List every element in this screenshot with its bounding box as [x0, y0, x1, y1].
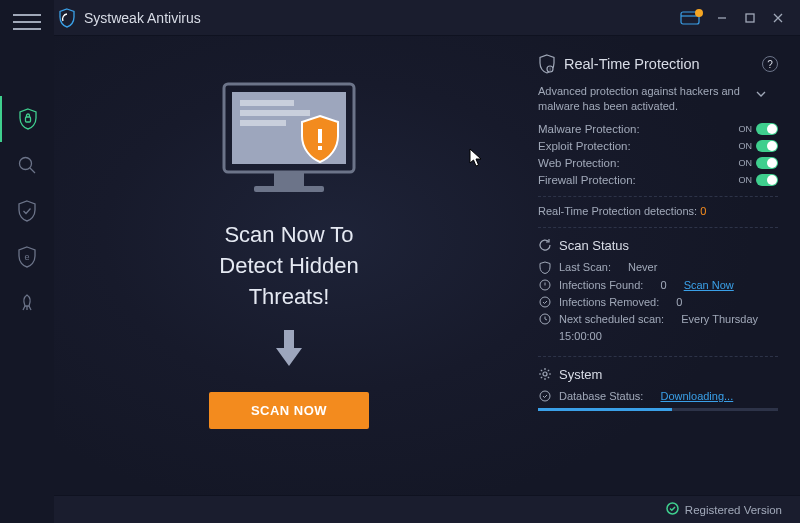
notification-card-icon[interactable] [680, 11, 700, 25]
svg-point-20 [540, 391, 550, 401]
rtp-advanced-text: Advanced protection against hackers and … [538, 84, 748, 115]
svg-point-17 [540, 297, 550, 307]
svg-point-1 [20, 158, 32, 170]
last-scan-row: Last Scan: Never [538, 261, 778, 274]
shield-check-icon [17, 200, 37, 222]
app-title: Systweak Antivirus [84, 10, 201, 26]
malware-row: Malware Protection: ON [538, 123, 778, 135]
infections-removed-row: Infections Removed: 0 [538, 296, 778, 308]
gear-icon [538, 367, 552, 381]
arrow-down-icon [274, 330, 304, 370]
check-circle-icon [539, 296, 551, 308]
rtp-detections: Real-Time Protection detections: 0 [538, 205, 778, 217]
app-logo-icon [58, 8, 76, 28]
shield-alert-icon: i [538, 54, 556, 74]
firewall-toggle[interactable]: ON [739, 174, 779, 186]
svg-rect-9 [240, 120, 286, 126]
exploit-row: Exploit Protection: ON [538, 140, 778, 152]
rtp-header: i Real-Time Protection ? [538, 54, 778, 74]
right-panel: i Real-Time Protection ? Advanced protec… [524, 36, 800, 495]
nav-shield[interactable] [0, 96, 54, 142]
chevron-down-icon[interactable] [756, 86, 766, 101]
next-scan-row: Next scheduled scan: Every Thursday [538, 313, 778, 325]
svg-rect-11 [254, 186, 324, 192]
scan-status-header: Scan Status [538, 238, 778, 253]
svg-rect-10 [274, 172, 304, 186]
titlebar: Systweak Antivirus [0, 0, 800, 36]
web-toggle[interactable]: ON [739, 157, 779, 169]
hero-headline: Scan Now To Detect Hidden Threats! [219, 220, 358, 312]
hamburger-icon[interactable] [13, 8, 41, 36]
registered-label: Registered Version [685, 504, 782, 516]
svg-point-19 [543, 372, 547, 376]
rtp-help-icon[interactable]: ? [762, 56, 778, 72]
refresh-icon [538, 238, 552, 252]
web-row: Web Protection: ON [538, 157, 778, 169]
search-icon [17, 155, 37, 175]
sidebar: e [0, 0, 54, 523]
minimize-button[interactable] [708, 4, 736, 32]
close-button[interactable] [764, 4, 792, 32]
malware-toggle[interactable]: ON [739, 123, 779, 135]
svg-rect-7 [240, 100, 294, 106]
footer: Registered Version [54, 495, 800, 523]
rocket-icon [17, 293, 37, 313]
database-status-value[interactable]: Downloading... [660, 390, 733, 402]
nav-boost[interactable] [0, 280, 54, 326]
exploit-toggle[interactable]: ON [739, 140, 779, 152]
system-header: System [538, 367, 778, 382]
nav-protect[interactable] [0, 188, 54, 234]
download-progress [538, 408, 778, 411]
svg-rect-0 [26, 117, 31, 122]
hero-panel: Scan Now To Detect Hidden Threats! SCAN … [54, 36, 524, 495]
shield-lock-icon [18, 108, 38, 130]
check-icon [666, 502, 679, 517]
scan-now-button[interactable]: SCAN NOW [209, 392, 369, 429]
next-scan-time: 15:00:00 [559, 330, 778, 342]
nav-quarantine[interactable]: e [0, 234, 54, 280]
check-circle-icon [539, 390, 551, 402]
firewall-row: Firewall Protection: ON [538, 174, 778, 186]
scan-now-link[interactable]: Scan Now [684, 279, 734, 291]
svg-text:e: e [24, 252, 29, 262]
nav-search[interactable] [0, 142, 54, 188]
svg-rect-4 [746, 14, 754, 22]
svg-point-21 [667, 503, 678, 514]
database-status-row: Database Status: Downloading... [538, 390, 778, 402]
svg-rect-12 [318, 129, 322, 143]
infections-found-row: Infections Found: 0 Scan Now [538, 279, 778, 291]
svg-rect-13 [318, 146, 322, 150]
maximize-button[interactable] [736, 4, 764, 32]
main-content: Scan Now To Detect Hidden Threats! SCAN … [54, 36, 800, 495]
clock-icon [539, 313, 551, 325]
monitor-illustration [204, 76, 374, 206]
shield-small-icon [539, 261, 551, 274]
svg-rect-8 [240, 110, 310, 116]
shield-e-icon: e [17, 246, 37, 268]
svg-text:i: i [549, 66, 550, 72]
alert-circle-icon [539, 279, 551, 291]
